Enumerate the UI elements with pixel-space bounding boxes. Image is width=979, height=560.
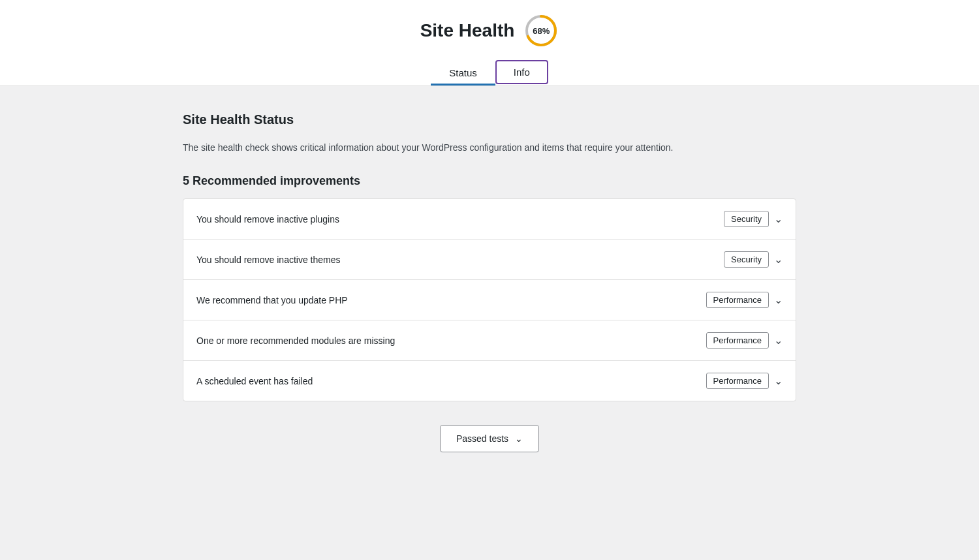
page-title: Site Health [420,20,515,41]
item-label: You should remove inactive themes [196,255,341,265]
chevron-down-icon: ⌄ [774,376,783,386]
items-list: You should remove inactive plugins Secur… [183,198,796,401]
main-content: Site Health Status The site health check… [170,86,809,478]
item-badge: Performance [706,292,769,308]
tab-status[interactable]: Status [431,60,495,86]
chevron-down-icon: ⌄ [774,295,783,305]
list-item[interactable]: A scheduled event has failed Performance… [183,361,796,401]
item-right: Performance ⌄ [706,292,783,308]
item-right: Security ⌄ [724,211,783,227]
page-header: Site Health 68% Status Info [0,0,979,86]
passed-tests-button[interactable]: Passed tests ⌄ [440,425,539,452]
list-item[interactable]: You should remove inactive plugins Secur… [183,199,796,240]
item-label: One or more recommended modules are miss… [196,335,395,346]
chevron-down-icon: ⌄ [774,335,783,346]
item-label: We recommend that you update PHP [196,295,348,305]
item-label: A scheduled event has failed [196,376,313,386]
list-item[interactable]: One or more recommended modules are miss… [183,320,796,361]
score-text: 68% [533,26,550,36]
item-badge: Performance [706,332,769,349]
tab-info[interactable]: Info [495,60,548,84]
item-label: You should remove inactive plugins [196,214,339,225]
item-right: Security ⌄ [724,251,783,268]
item-right: Performance ⌄ [706,332,783,349]
score-circle: 68% [523,13,559,48]
item-badge: Security [724,211,769,227]
passed-tests-label: Passed tests [456,433,508,444]
chevron-down-icon: ⌄ [774,255,783,265]
tabs: Status Info [431,60,548,86]
title-row: Site Health 68% [420,13,559,48]
description: The site health check shows critical inf… [183,140,796,155]
improvements-title: 5 Recommended improvements [183,174,796,188]
item-badge: Security [724,251,769,268]
list-item[interactable]: You should remove inactive themes Securi… [183,240,796,280]
item-right: Performance ⌄ [706,373,783,389]
item-badge: Performance [706,373,769,389]
chevron-down-icon: ⌄ [774,214,783,225]
section-title: Site Health Status [183,112,796,127]
chevron-down-icon: ⌄ [515,433,523,444]
list-item[interactable]: We recommend that you update PHP Perform… [183,280,796,320]
passed-tests-section: Passed tests ⌄ [183,425,796,452]
